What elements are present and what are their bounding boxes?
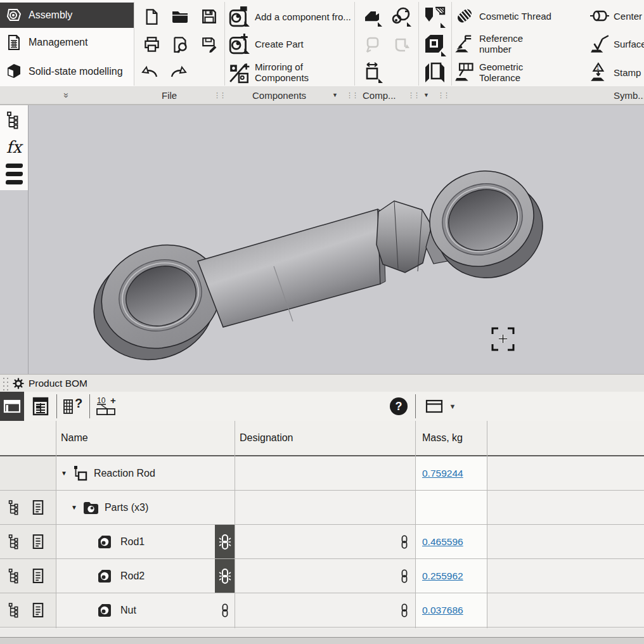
disabled-tool-1-button [360, 32, 387, 58]
column-divider[interactable] [235, 421, 235, 628]
row-name: Rod2 [120, 570, 145, 582]
link-status-highlighted[interactable] [215, 525, 235, 558]
help-button[interactable]: ? [388, 392, 409, 421]
structure-icon[interactable] [8, 499, 22, 516]
document-icon[interactable] [32, 568, 44, 584]
geometric-tolerance-button[interactable]: Geometric Tolerance [454, 58, 589, 86]
mirror-components-button[interactable]: Mirroring of Components [228, 58, 354, 86]
mass-link[interactable]: 0.255962 [422, 570, 463, 582]
disabled-tool-1-icon [363, 34, 384, 56]
save-as-button[interactable] [196, 32, 222, 57]
layers-button[interactable] [0, 160, 28, 188]
button-label: Center [614, 11, 642, 22]
drag-grip-icon[interactable] [2, 377, 10, 390]
center-symbol-button[interactable]: Center [589, 3, 644, 29]
component-tool-1-button[interactable] [360, 4, 387, 30]
column-divider[interactable] [56, 421, 56, 628]
redo-button[interactable] [166, 60, 191, 85]
save-button[interactable] [196, 4, 222, 29]
tab-solid-modelling[interactable]: Solid-state modelling [0, 56, 134, 86]
link-status-highlighted[interactable] [215, 559, 235, 593]
boss-tool-button[interactable] [421, 32, 449, 58]
bottom-strip [0, 637, 644, 644]
cosmetic-thread-button[interactable]: Cosmetic Thread [454, 3, 589, 29]
column-header-mass[interactable]: Mass, kg [422, 421, 463, 455]
bom-window-mode-button[interactable]: ▼ [418, 392, 463, 421]
stamp-button[interactable]: 1 Stamp [589, 58, 644, 86]
print-button[interactable] [139, 32, 164, 57]
print-preview-button[interactable] [167, 32, 193, 57]
bom-add-rows-button[interactable]: 10 + [93, 392, 122, 421]
surface-finish-button[interactable]: Surface [589, 30, 644, 57]
row-name-cell[interactable]: ▼ Parts (x3) [71, 491, 148, 524]
structure-icon[interactable] [8, 568, 22, 584]
column-divider[interactable] [415, 421, 416, 628]
undo-button[interactable] [137, 60, 162, 85]
column-header-name[interactable]: Name [61, 421, 88, 455]
link-status-designation[interactable] [396, 593, 413, 627]
ribbon-collapse-button[interactable]: » [0, 86, 134, 104]
create-part-button[interactable]: Create Part [228, 30, 354, 57]
divider [28, 105, 29, 374]
link-status-designation[interactable] [396, 525, 413, 558]
svg-text:?: ? [75, 397, 82, 410]
disabled-tool-2-icon [391, 34, 413, 56]
views-group-grip[interactable]: ⋮⋮ [437, 86, 449, 104]
link-icon [399, 534, 409, 550]
bom-panel-view-button[interactable] [0, 392, 24, 421]
3d-viewport[interactable] [0, 105, 644, 374]
variables-button[interactable]: fx [0, 134, 28, 160]
grip-icon: ⋮⋮ [214, 92, 225, 99]
document-icon[interactable] [32, 534, 44, 550]
views-group-dropdown[interactable]: ▼ [423, 86, 429, 104]
column-header-designation[interactable]: Designation [240, 421, 293, 455]
component-tool-2-button[interactable] [389, 4, 415, 30]
table-row-rod2[interactable]: Rod2 0.255962 [0, 559, 644, 593]
grip-icon: ⋮⋮ [437, 92, 449, 99]
document-icon[interactable] [32, 602, 44, 619]
components-group-dropdown[interactable]: ▼ [332, 86, 338, 104]
components2-group-grip[interactable]: ⋮⋮ [408, 86, 419, 104]
bom-query-button[interactable]: ? [60, 392, 87, 421]
model-tree-button[interactable] [0, 109, 28, 132]
row-name-cell[interactable]: Rod2 [96, 559, 145, 593]
column-divider[interactable] [487, 421, 487, 628]
components-group-grip[interactable]: ⋮⋮ [346, 86, 357, 104]
table-row-nut[interactable]: Nut 0.037686 [0, 593, 644, 628]
row-name-cell[interactable]: Rod1 [96, 525, 145, 558]
link-status-name[interactable] [215, 593, 235, 627]
bom-table-header: Name Designation Mass, kg [0, 421, 644, 456]
expander-caret-icon[interactable]: ▼ [71, 504, 77, 511]
tab-assembly[interactable]: Assembly [0, 3, 134, 28]
document-icon[interactable] [32, 499, 44, 516]
add-rows-icon: 10 + [95, 396, 120, 416]
expander-caret-icon[interactable]: ▼ [61, 470, 67, 477]
structure-icon[interactable] [8, 534, 22, 550]
file-group-grip[interactable]: ⋮⋮ [214, 86, 225, 104]
translate-component-button[interactable] [360, 60, 387, 86]
sheets-tool-button[interactable] [421, 60, 449, 86]
add-component-button[interactable]: Add a component fro... [228, 3, 354, 30]
new-document-button[interactable] [139, 4, 164, 29]
mass-link[interactable]: 0.759244 [422, 468, 463, 479]
button-label: Cosmetic Thread [479, 11, 551, 22]
row-name: Reaction Rod [94, 468, 155, 479]
bom-table-view-button[interactable] [28, 392, 53, 421]
reference-number-button[interactable]: Reference number [454, 30, 589, 57]
grip-icon: ⋮⋮ [346, 92, 357, 99]
table-row-parts-group[interactable]: ▼ Parts (x3) [0, 491, 644, 525]
open-document-button[interactable] [167, 4, 193, 29]
bom-table: Name Designation Mass, kg ▼ Reaction Rod… [0, 421, 644, 628]
row-name-cell[interactable]: ▼ Reaction Rod [61, 456, 155, 490]
mass-link[interactable]: 0.465596 [422, 536, 463, 548]
link-status-designation[interactable] [396, 559, 413, 593]
row-name-cell[interactable]: Nut [96, 593, 136, 627]
hole-tool-button[interactable] [421, 4, 449, 30]
structure-icon[interactable] [8, 602, 22, 619]
bom-panel-titlebar[interactable]: Product BOM [0, 374, 644, 392]
divider [134, 2, 134, 86]
table-row-reaction-rod[interactable]: ▼ Reaction Rod 0.759244 [0, 456, 644, 491]
mass-link[interactable]: 0.037686 [422, 605, 463, 616]
tab-management[interactable]: Management [0, 30, 134, 55]
table-row-rod1[interactable]: Rod1 0.465596 [0, 525, 644, 559]
